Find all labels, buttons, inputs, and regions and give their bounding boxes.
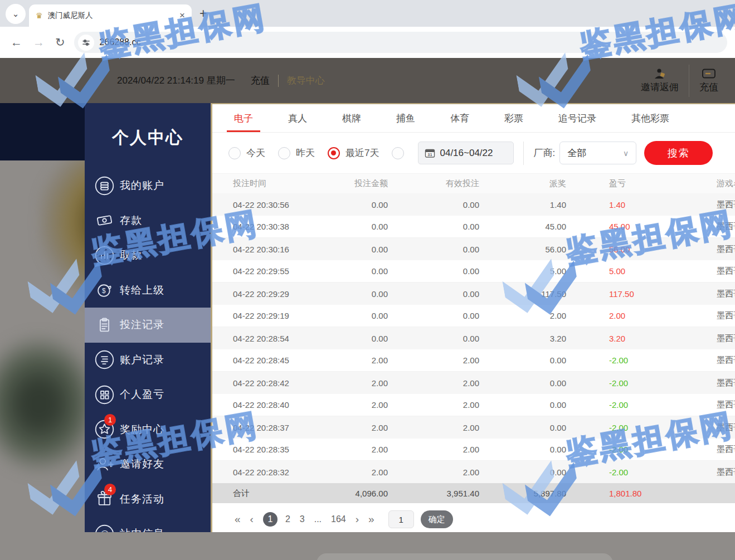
- sidebar-item-tasks[interactable]: 任务活动4: [85, 482, 211, 517]
- cell-game-name: 墨西哥: [705, 378, 735, 388]
- pagination: « ‹ 123...164 › » 确定: [212, 510, 735, 528]
- table-row: 04-22 20:29:290.000.00117.50117.50墨西哥: [212, 283, 735, 305]
- cell-bet-amount: 0.00: [337, 311, 388, 320]
- bank-card-icon: [702, 68, 716, 79]
- sidebar-item-withdraw[interactable]: 取款: [85, 238, 211, 273]
- bet-records-icon: [94, 315, 115, 335]
- cell-bet-time: 04-22 20:28:37: [212, 423, 337, 432]
- date-filter-radio[interactable]: [392, 147, 404, 159]
- page-number-164[interactable]: 164: [331, 514, 346, 524]
- category-tab[interactable]: 捕鱼: [389, 104, 422, 132]
- cell-game-name: 墨西哥: [705, 333, 735, 344]
- reload-icon[interactable]: ↻: [55, 36, 65, 49]
- date-filter-radio[interactable]: 昨天: [278, 147, 315, 159]
- cell-bet-amount: 2.00: [337, 468, 388, 477]
- sidebar-item-invite-friends[interactable]: 邀请好友: [85, 447, 211, 482]
- table-row: 04-22 20:28:540.000.003.203.20墨西哥: [212, 327, 735, 349]
- last-page-button[interactable]: »: [368, 513, 374, 525]
- cell-game-name: 墨西哥: [705, 400, 735, 410]
- sidebar-item-deposit[interactable]: 存款: [85, 203, 211, 238]
- date-filter-radio[interactable]: 最近7天: [328, 147, 379, 159]
- cell-payout: 0.00: [479, 468, 566, 477]
- sidebar-item-label: 取款: [120, 248, 142, 262]
- tutorial-center-link[interactable]: 教导中心: [287, 74, 325, 87]
- sidebar-item-profit-loss[interactable]: 个人盈亏: [85, 377, 211, 412]
- tab-close-icon[interactable]: ×: [179, 10, 185, 21]
- page-number-2[interactable]: 2: [285, 514, 290, 524]
- filter-row: 今天昨天最近7天 31 04/16~04/22 厂商: 全部 ∨ 搜索: [212, 133, 735, 173]
- invite-person-icon: [653, 68, 666, 79]
- cell-bet-amount: 2.00: [337, 378, 388, 388]
- cell-pnl: -2.00: [566, 400, 705, 410]
- cell-pnl: 2.00: [566, 311, 705, 320]
- address-bar[interactable]: 266288.cc: [74, 32, 727, 53]
- category-tab[interactable]: 真人: [281, 104, 314, 132]
- sidebar-item-bet-records[interactable]: 投注记录: [85, 308, 211, 343]
- cell-game-name: 墨西哥: [705, 266, 735, 276]
- radio-icon: [228, 147, 241, 159]
- cell-valid-bet: 0.00: [388, 334, 479, 343]
- cell-bet-time: 04-22 20:28:32: [212, 468, 337, 477]
- site-settings-icon[interactable]: [78, 35, 94, 51]
- cell-pnl: -2.00: [566, 356, 705, 365]
- invite-rebate-button[interactable]: 邀请返佣: [631, 68, 689, 94]
- cell-valid-bet: 2.00: [388, 400, 479, 410]
- browser-tab-strip: ⌄ ♛ 澳门威尼斯人 × +: [0, 0, 735, 27]
- page-number-1[interactable]: 1: [263, 512, 278, 527]
- tab-search-chevron-button[interactable]: ⌄: [6, 4, 26, 24]
- date-range-picker[interactable]: 31 04/16~04/22: [418, 142, 514, 164]
- next-page-button[interactable]: ›: [356, 513, 359, 525]
- category-tab[interactable]: 其他彩票: [624, 104, 676, 132]
- prev-page-button[interactable]: ‹: [250, 513, 254, 525]
- recharge-link[interactable]: 充值: [251, 74, 270, 87]
- vendor-select[interactable]: 全部 ∨: [559, 142, 636, 164]
- category-tab[interactable]: 电子: [227, 104, 260, 132]
- radio-label: 最近7天: [345, 147, 379, 159]
- cell-game-name: 墨西哥: [705, 221, 735, 232]
- sidebar-title: 个人中心: [85, 103, 211, 149]
- cell-payout: 56.00: [479, 245, 566, 254]
- search-button[interactable]: 搜索: [644, 141, 713, 165]
- cell-game-name: 墨西哥: [705, 199, 735, 210]
- cell-bet-time: 04-22 20:28:45: [212, 356, 337, 365]
- cell-valid-bet: 0.00: [388, 200, 479, 210]
- cell-payout: 0.00: [479, 400, 566, 410]
- back-icon[interactable]: ←: [11, 36, 22, 49]
- first-page-button[interactable]: «: [235, 513, 241, 525]
- cell-valid-bet: 0.00: [388, 289, 479, 299]
- date-filter-radio[interactable]: 今天: [228, 147, 265, 159]
- cell-bet-time: 04-22 20:30:16: [212, 245, 337, 254]
- browser-tab[interactable]: ♛ 澳门威尼斯人 ×: [29, 4, 192, 27]
- total-label: 合计: [212, 488, 337, 499]
- cell-payout: 0.00: [479, 356, 566, 365]
- page-number-3[interactable]: 3: [300, 514, 305, 524]
- new-tab-button[interactable]: +: [199, 6, 207, 21]
- cell-pnl: 3.20: [566, 334, 705, 343]
- forward-icon[interactable]: →: [33, 36, 45, 49]
- cell-bet-amount: 2.00: [337, 423, 388, 432]
- table-total-row: 合计 4,096.00 3,951.40 5,897.80 1,801.80: [212, 483, 735, 503]
- cell-valid-bet: 2.00: [388, 468, 479, 477]
- category-tab[interactable]: 追号记录: [551, 104, 603, 132]
- notification-badge: 4: [104, 484, 116, 495]
- recharge-button[interactable]: 充值: [689, 68, 728, 94]
- col-header-game-name: 游戏名: [705, 178, 735, 189]
- sidebar-item-messages[interactable]: @站内信息: [85, 517, 211, 532]
- page-confirm-button[interactable]: 确定: [421, 510, 453, 528]
- page-jump-input[interactable]: [388, 510, 414, 528]
- category-tab[interactable]: 彩票: [497, 104, 530, 132]
- sidebar-item-account-records[interactable]: 账户记录: [85, 343, 211, 378]
- sidebar-item-transfer-up[interactable]: $转给上级: [85, 273, 211, 308]
- cell-bet-amount: 0.00: [337, 289, 388, 299]
- sidebar-item-wallet[interactable]: 我的账户: [85, 168, 211, 203]
- cell-game-name: 墨西哥: [705, 244, 735, 255]
- radio-label: 今天: [246, 147, 265, 159]
- vendor-selected-value: 全部: [567, 147, 623, 159]
- betting-records-panel: 电子真人棋牌捕鱼体育彩票追号记录其他彩票 今天昨天最近7天 31 04/16~0…: [211, 103, 735, 532]
- transfer-up-icon: $: [94, 280, 115, 300]
- sidebar-item-label: 投注记录: [120, 318, 164, 332]
- col-header-payout: 派奖: [479, 178, 566, 189]
- category-tab[interactable]: 棋牌: [335, 104, 368, 132]
- category-tab[interactable]: 体育: [443, 104, 476, 132]
- sidebar-item-reward[interactable]: 奖励中心1: [85, 412, 211, 447]
